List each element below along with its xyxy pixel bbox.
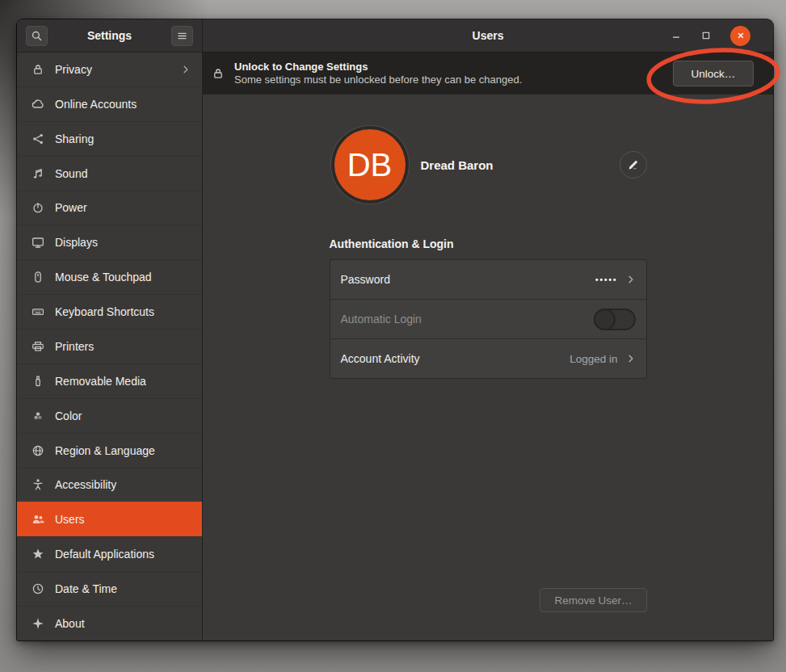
unlock-button[interactable]: Unlock…: [673, 61, 754, 86]
titlebar: Users: [203, 19, 773, 52]
user-name: Dread Baron: [421, 158, 494, 172]
bottom-actions: Remove User…: [330, 588, 647, 612]
primary-menu-button[interactable]: [171, 26, 193, 46]
star-icon: [32, 548, 44, 561]
sidebar-list: Privacy Online Accounts Sharing Sound Po…: [17, 52, 202, 640]
chevron-right-icon: [181, 65, 191, 74]
remove-user-button[interactable]: Remove User…: [540, 588, 646, 612]
mouse-icon: [32, 271, 44, 284]
settings-window: Settings Privacy Online Accounts Sharing…: [17, 19, 773, 640]
users-icon: [32, 513, 44, 526]
sidebar-headerbar: Settings: [17, 19, 202, 52]
account-activity-row[interactable]: Account Activity Logged in: [330, 338, 646, 378]
window-controls: [670, 19, 750, 52]
hamburger-menu-icon: [176, 30, 188, 42]
clock-icon: [32, 582, 44, 595]
display-icon: [32, 236, 44, 249]
share-icon: [32, 132, 44, 145]
cloud-icon: [32, 98, 44, 111]
sidebar-item-sound[interactable]: Sound: [17, 156, 202, 191]
sidebar-item-keyboard-shortcuts[interactable]: Keyboard Shortcuts: [17, 294, 202, 329]
chevron-right-icon: [626, 275, 636, 284]
desktop-background: Settings Privacy Online Accounts Sharing…: [0, 0, 786, 672]
sidebar-item-default-applications[interactable]: Default Applications: [17, 536, 202, 571]
close-button[interactable]: [730, 26, 750, 46]
sidebar-item-sharing[interactable]: Sharing: [17, 121, 202, 156]
music-note-icon: [32, 167, 44, 180]
sidebar-item-displays[interactable]: Displays: [17, 225, 202, 259]
search-button[interactable]: [26, 26, 48, 46]
automatic-login-row: Automatic Login: [330, 299, 646, 338]
auth-login-list: Password ••••• Automatic Login Account A…: [330, 259, 647, 379]
password-row[interactable]: Password •••••: [330, 260, 646, 299]
edit-name-button[interactable]: [620, 151, 647, 178]
sidebar-item-color[interactable]: Color: [17, 398, 202, 433]
lock-icon: [212, 67, 225, 80]
unlock-banner-title: Unlock to Change Settings: [234, 61, 663, 74]
sidebar-item-region-language[interactable]: Region & Language: [17, 433, 202, 468]
maximize-button[interactable]: [700, 30, 712, 41]
sidebar-item-about[interactable]: About: [17, 606, 202, 640]
sidebar-item-date-time[interactable]: Date & Time: [17, 571, 202, 606]
pencil-icon: [627, 159, 639, 171]
color-circles-icon: [32, 410, 44, 422]
printer-icon: [32, 340, 44, 353]
sidebar-item-accessibility[interactable]: Accessibility: [17, 468, 202, 502]
sidebar-item-mouse-touchpad[interactable]: Mouse & Touchpad: [17, 259, 202, 294]
minimize-icon: [670, 30, 682, 41]
globe-icon: [32, 444, 44, 457]
sidebar-title: Settings: [48, 29, 171, 42]
avatar-initials: DB: [347, 147, 393, 183]
sidebar-item-privacy[interactable]: Privacy: [17, 52, 202, 86]
minimize-button[interactable]: [670, 30, 682, 41]
sidebar-item-printers[interactable]: Printers: [17, 329, 202, 363]
automatic-login-toggle[interactable]: [594, 309, 636, 330]
keyboard-icon: [32, 305, 44, 318]
user-card: DB Dread Baron: [330, 129, 647, 200]
close-icon: [736, 31, 746, 40]
sparkle-icon: [32, 617, 44, 630]
account-activity-value: Logged in: [570, 353, 617, 365]
sidebar-item-power[interactable]: Power: [17, 191, 202, 225]
power-icon: [32, 201, 44, 214]
toggle-knob: [594, 309, 616, 330]
sidebar-item-online-accounts[interactable]: Online Accounts: [17, 86, 202, 121]
maximize-icon: [700, 30, 712, 41]
unlock-banner-text: Unlock to Change Settings Some settings …: [234, 61, 663, 87]
lock-icon: [32, 63, 44, 76]
avatar: DB: [334, 129, 406, 200]
main-panel: Users Unlock to Change Settings Some set…: [203, 19, 773, 640]
accessibility-icon: [32, 478, 44, 491]
sidebar-item-users[interactable]: Users: [17, 502, 202, 536]
section-heading: Authentication & Login: [330, 237, 647, 250]
search-icon: [31, 30, 43, 42]
usb-drive-icon: [32, 375, 44, 388]
sidebar: Settings Privacy Online Accounts Sharing…: [17, 19, 203, 640]
unlock-banner-subtitle: Some settings must be unlocked before th…: [234, 74, 663, 86]
chevron-right-icon: [626, 354, 636, 363]
sidebar-item-removable-media[interactable]: Removable Media: [17, 363, 202, 398]
unlock-banner: Unlock to Change Settings Some settings …: [203, 52, 773, 94]
password-dots: •••••: [595, 275, 618, 284]
users-content: DB Dread Baron Authentication & Login Pa…: [203, 94, 773, 640]
page-title: Users: [473, 29, 504, 42]
